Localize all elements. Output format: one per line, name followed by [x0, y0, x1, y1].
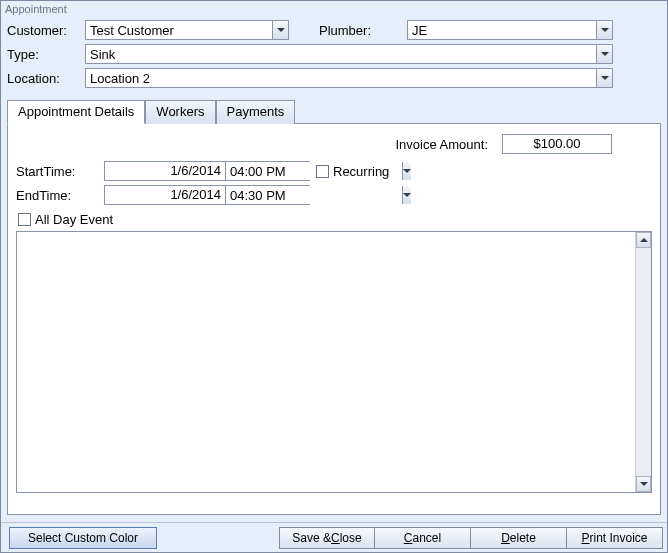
plumber-label: Plumber:: [319, 23, 407, 38]
chevron-down-icon: [601, 52, 609, 56]
chevron-up-icon: [640, 238, 648, 242]
start-date-field[interactable]: 1/6/2014: [104, 161, 226, 181]
plumber-combo[interactable]: [407, 20, 613, 40]
window-title: Appointment: [1, 1, 667, 17]
location-input[interactable]: [86, 69, 596, 87]
chevron-down-icon: [601, 76, 609, 80]
type-label: Type:: [7, 47, 85, 62]
invoice-amount-field[interactable]: $100.00: [502, 134, 612, 154]
customer-input[interactable]: [86, 21, 272, 39]
notes-textarea[interactable]: [16, 231, 652, 493]
save-close-button[interactable]: Save & Close: [279, 527, 375, 549]
type-dropdown-button[interactable]: [596, 45, 612, 63]
button-bar: Select Custom Color Save & Close Cancel …: [1, 522, 667, 552]
action-buttons: Save & Close Cancel Delete Print Invoice: [279, 527, 663, 549]
end-time-input[interactable]: [226, 186, 402, 204]
start-time-dropdown-button[interactable]: [402, 162, 411, 180]
form-area: Customer: Plumber: Type: Location:: [1, 17, 667, 93]
select-custom-color-button[interactable]: Select Custom Color: [9, 527, 157, 549]
chevron-down-icon: [403, 169, 411, 173]
customer-combo[interactable]: [85, 20, 289, 40]
tab-strip: Appointment Details Workers Payments: [7, 99, 661, 123]
end-date-field[interactable]: 1/6/2014: [104, 185, 226, 205]
end-time-combo[interactable]: [225, 185, 310, 205]
cancel-button[interactable]: Cancel: [375, 527, 471, 549]
appointment-window: Appointment Customer: Plumber: Type:: [0, 0, 668, 553]
type-combo[interactable]: [85, 44, 613, 64]
scroll-up-button[interactable]: [636, 232, 651, 248]
location-combo[interactable]: [85, 68, 613, 88]
end-time-label: EndTime:: [16, 188, 104, 203]
tab-appointment-details[interactable]: Appointment Details: [7, 100, 145, 124]
recurring-checkbox[interactable]: [316, 165, 329, 178]
tab-payments[interactable]: Payments: [216, 100, 296, 124]
notes-scrollbar[interactable]: [635, 232, 651, 492]
tab-workers[interactable]: Workers: [145, 100, 215, 124]
type-input[interactable]: [86, 45, 596, 63]
tabs-container: Appointment Details Workers Payments Inv…: [7, 99, 661, 517]
delete-button[interactable]: Delete: [471, 527, 567, 549]
recurring-label: Recurring: [333, 164, 389, 179]
plumber-dropdown-button[interactable]: [596, 21, 612, 39]
chevron-down-icon: [601, 28, 609, 32]
invoice-amount-label: Invoice Amount:: [396, 137, 489, 152]
chevron-down-icon: [403, 193, 411, 197]
end-time-dropdown-button[interactable]: [402, 186, 411, 204]
tab-panel-appointment-details: Invoice Amount: $100.00 StartTime: 1/6/2…: [7, 123, 661, 515]
start-time-label: StartTime:: [16, 164, 104, 179]
customer-label: Customer:: [7, 23, 85, 38]
location-dropdown-button[interactable]: [596, 69, 612, 87]
chevron-down-icon: [277, 28, 285, 32]
plumber-input[interactable]: [408, 21, 596, 39]
customer-dropdown-button[interactable]: [272, 21, 288, 39]
scroll-down-button[interactable]: [636, 476, 651, 492]
all-day-label: All Day Event: [35, 212, 113, 227]
all-day-checkbox[interactable]: [18, 213, 31, 226]
location-label: Location:: [7, 71, 85, 86]
start-time-combo[interactable]: [225, 161, 310, 181]
chevron-down-icon: [640, 482, 648, 486]
print-invoice-button[interactable]: Print Invoice: [567, 527, 663, 549]
